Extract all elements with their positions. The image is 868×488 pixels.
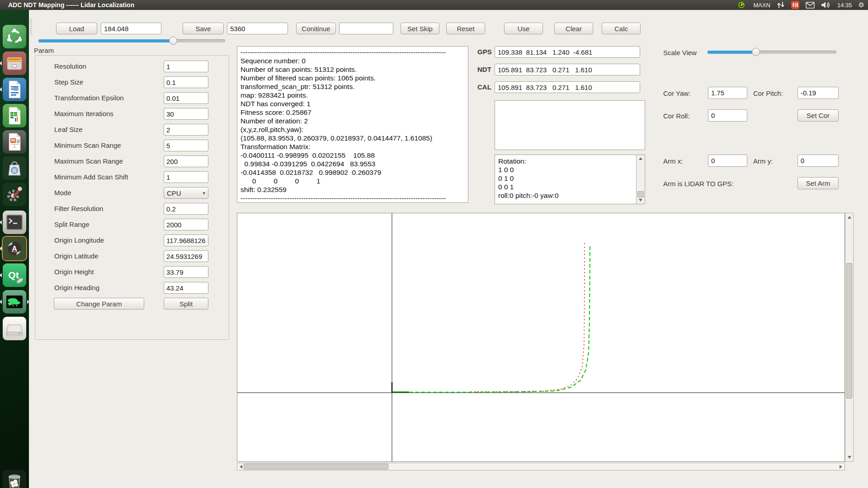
param-row-resolution: Resolution — [35, 61, 229, 72]
libreoffice-calc-icon[interactable] — [3, 104, 26, 127]
ndt-value-input[interactable] — [495, 64, 640, 75]
param-label: Maximum Scan Range — [54, 157, 123, 165]
session-gear-icon[interactable]: ⚙ — [859, 0, 864, 10]
rotation-scrollbar-thumb[interactable] — [637, 191, 644, 197]
system-settings-icon[interactable] — [3, 183, 26, 206]
param-row-origin-heading: Origin Heading — [35, 282, 229, 294]
qt-creator-icon[interactable]: Qt — [3, 263, 26, 287]
minimum-add-scan-shift-input[interactable] — [164, 171, 208, 183]
param-row-leaf-size: Leaf Size — [35, 124, 229, 136]
files-icon[interactable] — [3, 52, 26, 75]
clear-button[interactable]: Clear — [554, 23, 593, 34]
arm-x-label: Arm x: — [663, 157, 683, 165]
plot-hscrollbar[interactable] — [237, 463, 845, 470]
plot-scroll-left-icon[interactable] — [240, 465, 242, 469]
disk-utility-icon[interactable] — [3, 317, 26, 340]
scale-view-slider[interactable] — [708, 51, 836, 54]
split-button[interactable]: Split — [164, 298, 208, 310]
continue-value-input[interactable] — [339, 23, 393, 34]
change-param-button[interactable]: Change Param — [54, 298, 144, 310]
save-button[interactable]: Save — [183, 23, 224, 34]
plot-scroll-up-icon[interactable] — [848, 216, 851, 219]
save-value-input[interactable] — [227, 23, 288, 34]
scale-view-label: Scale View — [663, 49, 697, 56]
rotation-output[interactable]: Rotation: 1 0 0 0 1 0 0 0 1 roll:0 pitch… — [495, 155, 645, 204]
map-plot-viewport[interactable] — [237, 213, 845, 462]
rotation-scrollbar[interactable] — [636, 155, 645, 204]
ndt-log-output[interactable]: ----------------------------------------… — [237, 46, 468, 203]
plot-hscrollbar-thumb[interactable] — [244, 464, 388, 469]
volume-icon[interactable] — [821, 1, 831, 9]
plot-scroll-right-icon[interactable] — [840, 465, 842, 469]
mail-icon[interactable] — [806, 2, 815, 9]
ubuntu-software-icon[interactable] — [3, 156, 26, 180]
scale-view-slider-handle[interactable] — [752, 48, 760, 56]
param-row-mode: ModeCPU▾ — [35, 187, 229, 199]
origin-latitude-input[interactable] — [164, 250, 208, 262]
set-arm-button[interactable]: Set Arm — [797, 177, 839, 189]
param-row-minimum-scan-range: Minimum Scan Range — [35, 140, 229, 151]
clock[interactable]: 14:35 — [837, 2, 852, 9]
param-row-maximum-iterations: Maximum Iterations — [35, 108, 229, 120]
gps-value-input[interactable] — [495, 46, 640, 58]
cor-yaw-input[interactable] — [708, 87, 747, 99]
maximum-iterations-input[interactable] — [164, 108, 208, 120]
cor-roll-input[interactable] — [708, 109, 747, 122]
param-row-origin-longitude: Origin Longitude — [35, 235, 229, 246]
calc-button[interactable]: Calc — [602, 23, 641, 34]
step-size-input[interactable] — [164, 76, 208, 88]
param-row-filter-resolution: Filter Resolution — [35, 203, 229, 215]
libreoffice-impress-icon[interactable] — [3, 130, 26, 154]
mode-select[interactable]: CPU▾ — [164, 187, 208, 199]
nvidia-mode-label[interactable]: MAXN — [753, 2, 770, 9]
load-value-input[interactable] — [101, 23, 161, 34]
param-label: Origin Height — [54, 268, 94, 276]
sequence-slider[interactable] — [38, 39, 225, 42]
svg-text:Qt: Qt — [8, 270, 19, 280]
use-button[interactable]: Use — [504, 23, 543, 34]
param-label: Origin Longitude — [54, 236, 104, 244]
updown-arrows-icon[interactable] — [777, 1, 785, 9]
arm-x-input[interactable] — [708, 155, 747, 167]
nvidia-icon[interactable] — [736, 1, 747, 9]
split-range-input[interactable] — [164, 219, 208, 230]
scroll-down-icon[interactable] — [639, 199, 642, 202]
scroll-up-icon[interactable] — [639, 157, 642, 160]
reset-button[interactable]: Reset — [446, 23, 485, 34]
arm-y-input[interactable] — [797, 155, 839, 167]
origin-heading-input[interactable] — [164, 282, 208, 294]
resolution-input[interactable] — [164, 61, 208, 72]
ndt-trajectory-green — [392, 245, 590, 392]
minimum-scan-range-input[interactable] — [164, 140, 208, 151]
updater-a-icon[interactable]: A — [3, 237, 26, 260]
set-cor-button[interactable]: Set Cor — [797, 109, 839, 122]
maximum-scan-range-input[interactable] — [164, 155, 208, 167]
origin-longitude-input[interactable] — [164, 235, 208, 246]
continue-button[interactable]: Conitinue — [296, 23, 336, 34]
plot-vscrollbar[interactable] — [845, 213, 854, 462]
param-row-maximum-scan-range: Maximum Scan Range — [35, 155, 229, 167]
plot-vscrollbar-thumb[interactable] — [846, 263, 852, 399]
cal-value-input[interactable] — [495, 81, 640, 93]
libreoffice-writer-icon[interactable] — [3, 78, 26, 101]
ubuntu-dash-icon[interactable] — [3, 25, 26, 48]
mode-select-value: CPU — [167, 189, 181, 197]
plot-scroll-down-icon[interactable] — [848, 456, 851, 459]
set-skip-button[interactable]: Set Skip — [401, 23, 439, 34]
cor-pitch-label: Cor Pitch: — [753, 89, 783, 97]
arm-note-label: Arm is LIDAR TO GPS: — [663, 180, 733, 188]
transformation-epsilon-input[interactable] — [164, 92, 208, 104]
cor-pitch-input[interactable] — [797, 87, 839, 99]
origin-height-input[interactable] — [164, 266, 208, 278]
trash-icon[interactable] — [3, 470, 26, 488]
leaf-size-input[interactable] — [164, 124, 208, 136]
load-button[interactable]: Load — [56, 23, 97, 34]
sequence-slider-handle[interactable] — [169, 37, 177, 45]
lidar-viewer-icon[interactable] — [3, 290, 26, 314]
terminal-icon[interactable] — [3, 211, 26, 234]
filter-resolution-input[interactable] — [164, 203, 208, 215]
status-box-empty[interactable] — [495, 100, 645, 150]
param-row-origin-height: Origin Height — [35, 266, 229, 278]
param-groupbox: ResolutionStep SizeTransformation Epsilo… — [35, 55, 229, 340]
input-method-icon[interactable] — [791, 1, 799, 9]
